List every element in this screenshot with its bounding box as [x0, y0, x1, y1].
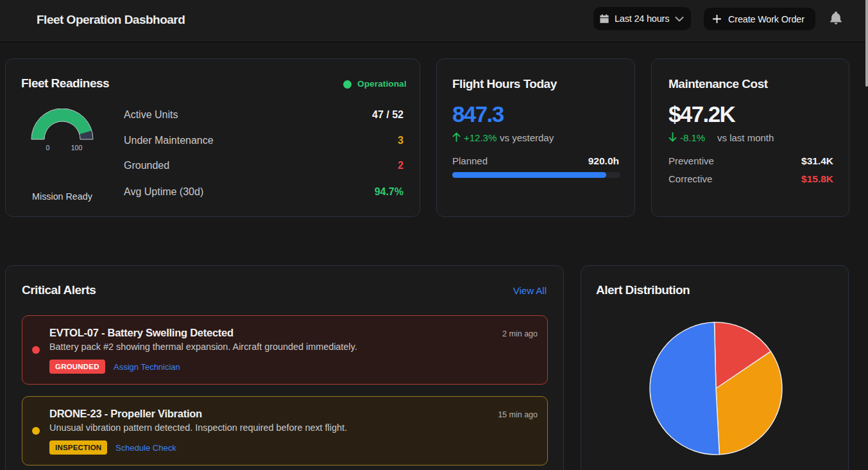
svg-text:100: 100 — [71, 144, 83, 152]
svg-text:0: 0 — [46, 144, 50, 152]
